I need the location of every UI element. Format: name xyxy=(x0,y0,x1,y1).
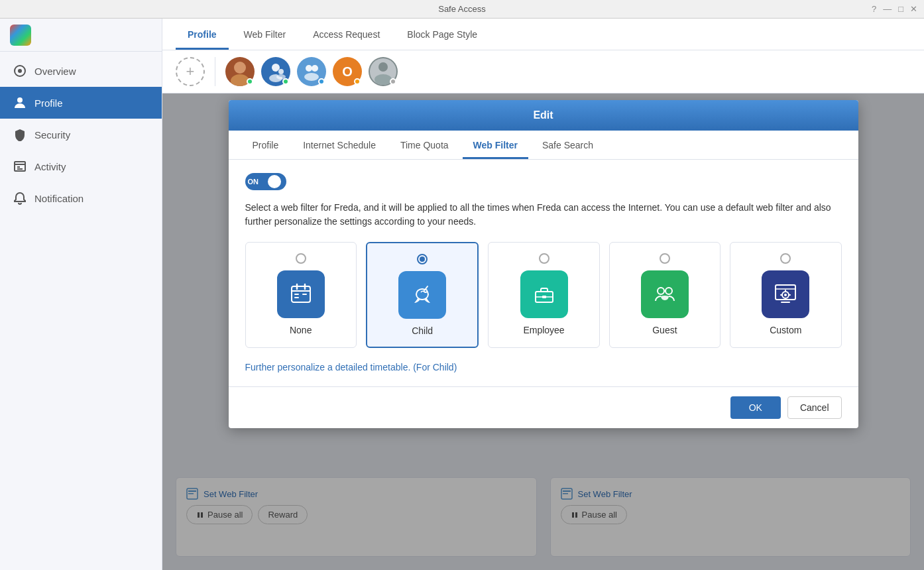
svg-line-41 xyxy=(426,286,428,289)
avatar-2[interactable] xyxy=(261,57,290,86)
profile-bar-divider xyxy=(215,57,215,86)
svg-point-16 xyxy=(306,65,312,72)
cancel-button[interactable]: Cancel xyxy=(787,396,842,419)
close-icon[interactable]: ✕ xyxy=(910,4,917,14)
filter-label-custom: Custom xyxy=(770,325,801,335)
avatar-5[interactable] xyxy=(369,57,398,86)
filter-icon-none xyxy=(277,270,325,318)
modal-overlay: Edit Profile Internet Schedule Time Quot… xyxy=(162,93,924,570)
sidebar-item-activity[interactable]: Activity xyxy=(0,150,162,182)
svg-point-2 xyxy=(17,97,23,103)
page-area: Set Web Filter Pause all Reward xyxy=(162,93,924,570)
tab-web-filter[interactable]: Web Filter xyxy=(232,23,298,50)
filter-icon-employee xyxy=(520,270,568,318)
svg-rect-37 xyxy=(294,297,299,298)
filter-option-employee[interactable]: Employee xyxy=(488,242,599,348)
sidebar-label-security: Security xyxy=(34,129,70,141)
top-tabs: Profile Web Filter Access Request Block … xyxy=(162,19,924,50)
sidebar-logo xyxy=(0,19,162,52)
sidebar-item-security[interactable]: Security xyxy=(0,119,162,150)
avatar-o[interactable]: O xyxy=(333,57,362,86)
calendar-icon xyxy=(289,282,313,306)
sidebar-item-overview[interactable]: Overview xyxy=(0,55,162,87)
filter-label-guest: Guest xyxy=(652,325,677,335)
svg-rect-38 xyxy=(302,294,307,295)
tab-access-request[interactable]: Access Request xyxy=(301,23,392,50)
main-content: Profile Web Filter Access Request Block … xyxy=(162,19,924,570)
sidebar-item-notification[interactable]: Notification xyxy=(0,182,162,214)
filter-label-employee: Employee xyxy=(523,325,564,335)
add-profile-button[interactable]: + xyxy=(176,57,205,86)
modal-title: Edit xyxy=(533,109,553,121)
filter-label-child: Child xyxy=(412,325,433,336)
filter-option-custom[interactable]: Custom xyxy=(730,242,841,348)
title-bar: Safe Access ? — □ ✕ xyxy=(0,0,924,19)
svg-rect-36 xyxy=(294,294,299,295)
toggle-container: ON xyxy=(245,173,842,190)
filter-option-child[interactable]: Child xyxy=(366,242,479,348)
avatar-status-2 xyxy=(282,78,289,85)
maximize-icon[interactable]: □ xyxy=(898,4,903,14)
avatar-3[interactable] xyxy=(297,57,326,86)
svg-rect-45 xyxy=(542,296,546,298)
filter-description: Select a web filter for Freda, and it wi… xyxy=(245,201,842,229)
modal-tabs: Profile Internet Schedule Time Quota Web… xyxy=(229,131,858,160)
svg-point-17 xyxy=(312,65,318,72)
filter-icon-child xyxy=(398,271,446,319)
svg-point-21 xyxy=(375,74,392,85)
svg-point-55 xyxy=(784,294,787,296)
tab-block-page-style[interactable]: Block Page Style xyxy=(395,23,489,50)
svg-point-7 xyxy=(234,62,246,74)
briefcase-icon xyxy=(532,282,556,306)
svg-point-47 xyxy=(665,288,672,294)
sidebar-label-profile: Profile xyxy=(34,97,63,109)
modal-header: Edit xyxy=(229,100,858,131)
ok-button[interactable]: OK xyxy=(730,396,781,419)
avatar-status-3 xyxy=(318,78,325,85)
overview-icon xyxy=(13,64,27,78)
avatar-freda[interactable] xyxy=(225,57,255,86)
modal-tab-time-quota[interactable]: Time Quota xyxy=(390,135,459,159)
filter-radio-none xyxy=(296,253,306,264)
personalize-link[interactable]: Further personalize a detailed timetable… xyxy=(245,362,457,372)
svg-point-46 xyxy=(658,288,664,294)
sidebar: Overview Profile Security xyxy=(0,19,162,570)
filter-option-guest[interactable]: Guest xyxy=(609,242,721,348)
svg-point-13 xyxy=(278,69,284,74)
avatar-status-1 xyxy=(247,78,253,85)
filter-icon-guest xyxy=(641,270,689,318)
modal-tab-safe-search[interactable]: Safe Search xyxy=(532,135,604,159)
profile-icon xyxy=(13,96,27,109)
svg-point-20 xyxy=(378,62,388,72)
modal-tab-internet-schedule[interactable]: Internet Schedule xyxy=(292,135,386,159)
sidebar-nav: Overview Profile Security xyxy=(0,52,162,214)
filter-option-none[interactable]: None xyxy=(245,242,357,348)
edit-modal: Edit Profile Internet Schedule Time Quot… xyxy=(229,100,858,428)
toggle-on-label: ON xyxy=(248,178,259,186)
sidebar-item-profile[interactable]: Profile xyxy=(0,87,162,119)
minimize-icon[interactable]: — xyxy=(883,4,892,14)
toggle-circle xyxy=(268,175,281,188)
group-icon xyxy=(653,282,677,306)
sidebar-label-overview: Overview xyxy=(34,66,76,77)
web-filter-toggle[interactable]: ON xyxy=(245,173,286,190)
svg-point-1 xyxy=(18,69,22,73)
svg-point-42 xyxy=(425,290,427,292)
security-icon xyxy=(13,128,27,141)
svg-point-18 xyxy=(304,73,319,81)
profile-bar: + xyxy=(162,50,924,93)
filter-radio-custom xyxy=(780,253,791,264)
avatar-status-5 xyxy=(390,78,396,85)
filter-radio-child xyxy=(417,254,428,264)
sidebar-label-activity: Activity xyxy=(34,161,66,172)
help-icon[interactable]: ? xyxy=(872,4,876,14)
filter-label-none: None xyxy=(290,325,312,335)
filter-options: None xyxy=(245,242,842,348)
notification-icon xyxy=(13,192,27,205)
window-controls[interactable]: ? — □ ✕ xyxy=(872,4,917,14)
modal-footer: OK Cancel xyxy=(229,386,858,428)
tab-profile[interactable]: Profile xyxy=(176,23,229,50)
modal-tab-web-filter[interactable]: Web Filter xyxy=(463,135,528,159)
modal-tab-profile[interactable]: Profile xyxy=(242,135,290,159)
sidebar-label-notification: Notification xyxy=(34,193,84,204)
